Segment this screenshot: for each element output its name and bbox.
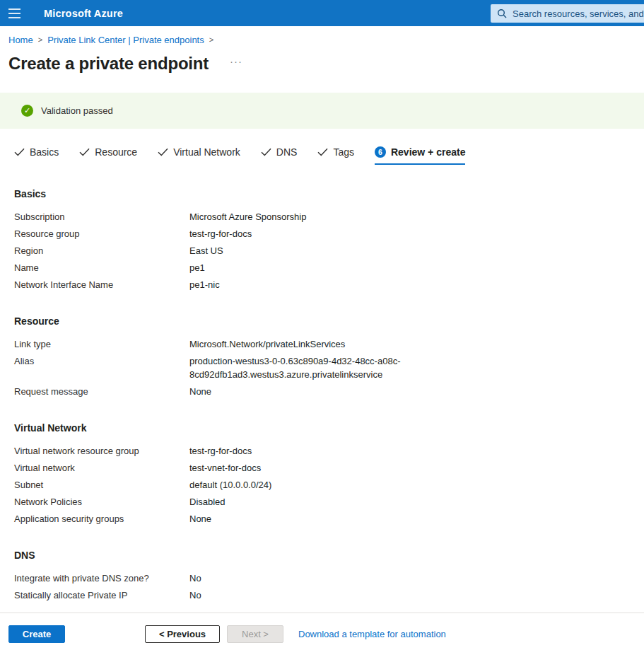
kv-row: Application security groups None [14, 512, 644, 526]
row-value: pe1 [189, 261, 205, 274]
breadcrumb-private-link-center-link[interactable]: Private Link Center | Private endpoints [47, 35, 204, 45]
breadcrumb-home-link[interactable]: Home [8, 35, 33, 45]
row-value: Microsoft Azure Sponsorship [189, 210, 306, 224]
kv-row: Resource group test-rg-for-docs [14, 227, 644, 240]
row-label: Network Interface Name [14, 278, 189, 291]
top-bar: Microsoft Azure [0, 0, 644, 26]
row-value: pe1-nic [189, 278, 220, 291]
tab-label: DNS [276, 146, 298, 158]
kv-row: Region East US [14, 244, 644, 257]
row-label: Virtual network resource group [14, 444, 189, 458]
row-value: East US [189, 244, 223, 257]
section-dns: DNS Integrate with private DNS zone? No … [14, 550, 644, 602]
row-label: Resource group [14, 227, 189, 240]
chevron-right-icon: > [38, 35, 42, 44]
section-title: Virtual Network [14, 422, 644, 434]
previous-button[interactable]: < Previous [145, 625, 220, 643]
more-options-icon[interactable]: ··· [230, 58, 242, 65]
success-check-icon: ✓ [21, 105, 33, 117]
kv-row: Subscription Microsoft Azure Sponsorship [14, 210, 644, 224]
check-icon [261, 148, 271, 156]
row-value: No [189, 571, 201, 585]
kv-row: Subnet default (10.0.0.0/24) [14, 478, 644, 492]
tab-resource[interactable]: Resource [79, 146, 137, 165]
tab-tags[interactable]: Tags [317, 146, 354, 165]
row-label: Request message [14, 385, 189, 398]
row-value: None [189, 512, 211, 526]
row-value: test-vnet-for-docs [189, 461, 261, 475]
tab-label: Basics [30, 146, 59, 158]
kv-row: Alias production-westus3-0-0.63c890a9-4d… [14, 354, 644, 381]
check-icon [158, 148, 168, 156]
section-basics: Basics Subscription Microsoft Azure Spon… [14, 188, 644, 291]
tab-review-create[interactable]: 6 Review + create [375, 146, 465, 165]
row-label: Integrate with private DNS zone? [14, 571, 189, 585]
check-icon [79, 148, 90, 156]
kv-row: Virtual network resource group test-rg-f… [14, 444, 644, 458]
row-value: production-westus3-0-0.63c890a9-4d32-48c… [189, 354, 403, 381]
tab-label: Resource [95, 146, 137, 158]
check-icon [317, 148, 328, 156]
search-input[interactable] [513, 8, 644, 19]
row-value: default (10.0.0.0/24) [189, 478, 271, 492]
kv-row: Integrate with private DNS zone? No [14, 571, 644, 585]
row-value: Disabled [189, 495, 226, 509]
download-template-link[interactable]: Download a template for automation [298, 629, 446, 639]
breadcrumb: Home > Private Link Center | Private end… [8, 35, 644, 45]
title-row: Create a private endpoint ··· [8, 54, 644, 74]
next-button[interactable]: Next > [227, 625, 283, 643]
check-icon [14, 148, 25, 156]
row-value: test-rg-for-docs [189, 444, 252, 458]
global-search[interactable] [491, 4, 644, 23]
tab-label: Tags [333, 146, 354, 158]
review-content: Basics Subscription Microsoft Azure Spon… [14, 188, 644, 602]
kv-row: Network Interface Name pe1-nic [14, 278, 644, 291]
row-label: Application security groups [14, 512, 189, 526]
tab-virtual-network[interactable]: Virtual Network [158, 146, 240, 165]
section-title: Basics [14, 188, 644, 199]
row-label: Virtual network [14, 461, 189, 475]
kv-row: Request message None [14, 385, 644, 398]
hamburger-menu-icon[interactable] [0, 0, 28, 26]
create-button[interactable]: Create [8, 625, 65, 643]
section-resource: Resource Link type Microsoft.Network/pri… [14, 315, 644, 398]
brand-title: Microsoft Azure [44, 8, 123, 19]
tab-basics[interactable]: Basics [14, 146, 59, 165]
row-label: Network Policies [14, 495, 189, 509]
kv-row: Link type Microsoft.Network/privateLinkS… [14, 337, 644, 351]
row-value: Microsoft.Network/privateLinkServices [189, 337, 345, 351]
page-title: Create a private endpoint [8, 54, 209, 74]
row-label: Subscription [14, 210, 189, 224]
validation-banner: ✓ Validation passed [0, 93, 644, 129]
kv-row: Statically allocate Private IP No [14, 588, 644, 602]
row-label: Subnet [14, 478, 189, 492]
section-title: DNS [14, 550, 644, 561]
row-label: Statically allocate Private IP [14, 588, 189, 602]
row-label: Region [14, 244, 189, 257]
row-label: Alias [14, 354, 189, 381]
row-label: Name [14, 261, 189, 274]
row-value: None [189, 385, 211, 398]
row-value: test-rg-for-docs [189, 227, 252, 240]
kv-row: Network Policies Disabled [14, 495, 644, 509]
footer-action-bar: Create < Previous Next > Download a temp… [0, 613, 644, 643]
section-title: Resource [14, 315, 644, 327]
step-number-badge: 6 [375, 146, 386, 158]
section-virtual-network: Virtual Network Virtual network resource… [14, 422, 644, 526]
validation-message: Validation passed [41, 105, 113, 116]
chevron-right-icon: > [209, 35, 213, 44]
tab-label: Review + create [391, 146, 465, 158]
tab-dns[interactable]: DNS [261, 146, 298, 165]
row-value: No [189, 588, 201, 602]
row-label: Link type [14, 337, 189, 351]
search-icon [497, 8, 507, 18]
tab-bar: Basics Resource Virtual Network DNS Tags… [14, 146, 644, 165]
tab-label: Virtual Network [173, 146, 240, 158]
kv-row: Name pe1 [14, 261, 644, 274]
kv-row: Virtual network test-vnet-for-docs [14, 461, 644, 475]
